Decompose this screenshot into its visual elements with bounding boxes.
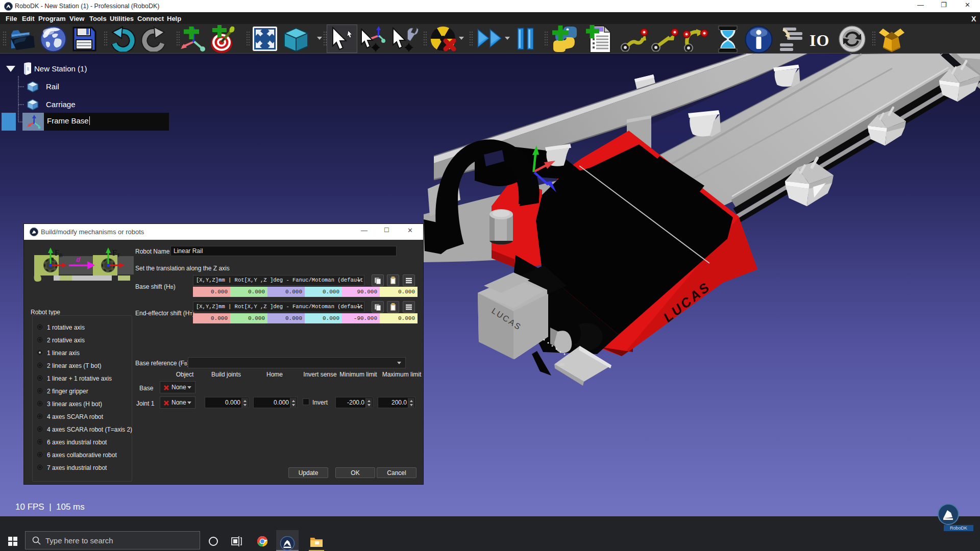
svg-text:d: d [76,256,81,263]
svg-text:FT: FT [112,248,120,258]
svg-text:FB: FB [55,248,63,258]
